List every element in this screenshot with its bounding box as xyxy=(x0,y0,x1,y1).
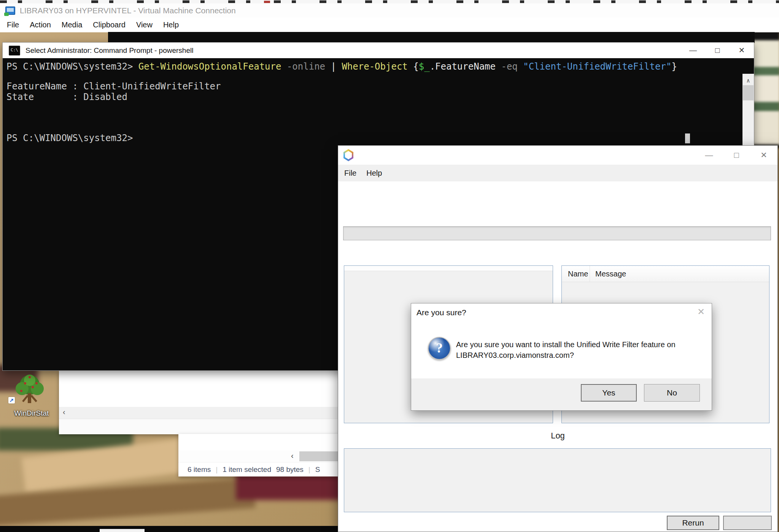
rerun-button[interactable]: Rerun xyxy=(667,516,719,530)
background-window-band xyxy=(108,32,755,43)
column-header-message[interactable]: Message xyxy=(590,266,626,282)
dialog-message: Are you sure you want to install the Uni… xyxy=(456,339,722,360)
yes-button[interactable]: Yes xyxy=(581,384,637,402)
console-output-line: FeatureName : Client-UnifiedWriteFilter xyxy=(6,81,221,92)
maximize-icon[interactable]: □ xyxy=(705,43,730,58)
vm-menu-help[interactable]: Help xyxy=(163,21,179,29)
console-title: Select Administrator: Command Prompt - p… xyxy=(25,46,193,55)
taskbar-artifact xyxy=(100,529,145,532)
explorer-window-fragment-bottom: ‹ 6 items | 1 item selected 98 bytes | S xyxy=(178,434,340,476)
minimize-icon[interactable]: — xyxy=(695,146,723,165)
question-mark-icon: ? xyxy=(428,337,451,360)
explorer-statusbar-empty xyxy=(59,419,340,434)
vm-menu-file[interactable]: File xyxy=(7,21,19,29)
powershell-operator: -eq xyxy=(496,61,523,72)
console-prompt: PS C:\WINDOWS\system32> xyxy=(6,133,133,143)
tool-menu-help[interactable]: Help xyxy=(366,169,382,178)
explorer-status-bar: 6 items | 1 item selected 98 bytes | S xyxy=(178,462,340,476)
scrollbar-thumb[interactable] xyxy=(743,85,754,100)
wallpaper-books-right xyxy=(752,30,779,148)
console-command-line: PS C:\WINDOWS\system32> Get-WindowsOptio… xyxy=(6,61,677,72)
close-icon[interactable]: ✕ xyxy=(750,146,777,165)
text-cursor xyxy=(685,133,690,143)
scroll-up-icon[interactable]: ∧ xyxy=(742,75,754,86)
maximize-icon[interactable]: □ xyxy=(723,146,750,165)
vm-menu-media[interactable]: Media xyxy=(62,21,82,29)
progress-bar xyxy=(343,226,771,240)
scrollbar-thumb[interactable] xyxy=(299,451,340,461)
status-divider: | xyxy=(308,465,310,474)
status-selected-size: 98 bytes xyxy=(276,465,304,474)
status-truncated-item: S xyxy=(315,465,320,474)
vmconnect-titlebar: LIBRARY03 on HYPERVINTEL - Virtual Machi… xyxy=(0,3,779,17)
status-divider: | xyxy=(216,465,218,474)
log-textbox[interactable] xyxy=(344,448,771,512)
powershell-command: Where-Object xyxy=(342,61,407,72)
status-selected-count: 1 item selected xyxy=(223,465,271,474)
close-icon[interactable]: ✕ xyxy=(730,43,754,58)
tool-menubar: File Help xyxy=(338,165,777,181)
desktop-icon-label: WinDirStat xyxy=(7,409,56,418)
hyperv-icon xyxy=(5,6,15,15)
taskbar-strip xyxy=(0,526,338,532)
explorer-window-fragment: ‹ xyxy=(59,371,340,434)
powershell-command: Get-WindowsOptionalFeature xyxy=(138,61,281,72)
tool-titlebar[interactable]: — □ ✕ xyxy=(338,146,777,165)
vmconnect-title: LIBRARY03 on HYPERVINTEL - Virtual Machi… xyxy=(20,6,236,15)
vm-menu-action[interactable]: Action xyxy=(30,21,51,29)
pipe-operator: | xyxy=(331,61,342,72)
console-titlebar[interactable]: C:\ Select Administrator: Command Prompt… xyxy=(3,43,754,58)
status-item-count: 6 items xyxy=(188,465,211,474)
screen-top-red-mark xyxy=(264,1,270,3)
explorer-horizontal-scrollbar[interactable]: ‹ xyxy=(59,407,340,419)
console-output-line: State : Disabled xyxy=(6,92,127,102)
log-label: Log xyxy=(338,431,777,441)
explorer-horizontal-scrollbar[interactable]: ‹ xyxy=(178,451,340,462)
secondary-button[interactable] xyxy=(723,516,772,530)
windirstat-tree-icon xyxy=(11,372,48,408)
screen-top-dashes xyxy=(0,0,779,3)
shortcut-arrow-icon: ➚ xyxy=(8,397,15,403)
powershell-parameter: -online xyxy=(281,61,331,72)
tool-menu-file[interactable]: File xyxy=(344,169,356,178)
scroll-left-icon[interactable]: ‹ xyxy=(291,451,294,460)
vmconnect-menubar: File Action Media Clipboard View Help xyxy=(0,17,779,32)
close-icon[interactable]: ✕ xyxy=(697,306,705,317)
confirmation-dialog: Are you sure? ✕ ? Are you sure you want … xyxy=(411,303,712,411)
scroll-left-icon[interactable]: ‹ xyxy=(63,408,65,416)
powershell-variable: $_ xyxy=(419,61,430,72)
listview-header: Name Message xyxy=(562,266,769,282)
panel-header xyxy=(344,266,553,271)
vm-menu-view[interactable]: View xyxy=(136,21,153,29)
no-button[interactable]: No xyxy=(644,384,700,402)
desktop-icon-windirstat[interactable]: ➚ WinDirStat xyxy=(7,372,56,421)
column-header-name[interactable]: Name xyxy=(562,266,590,282)
cmd-icon: C:\ xyxy=(9,46,20,56)
powershell-string: "Client-UnifiedWriteFilter" xyxy=(523,61,671,72)
app-hexagon-icon xyxy=(343,149,353,161)
vm-menu-clipboard[interactable]: Clipboard xyxy=(93,21,126,29)
dialog-title: Are you sure? xyxy=(417,308,466,317)
minimize-icon[interactable]: — xyxy=(681,43,705,58)
powershell-member: .FeatureName xyxy=(430,61,496,72)
